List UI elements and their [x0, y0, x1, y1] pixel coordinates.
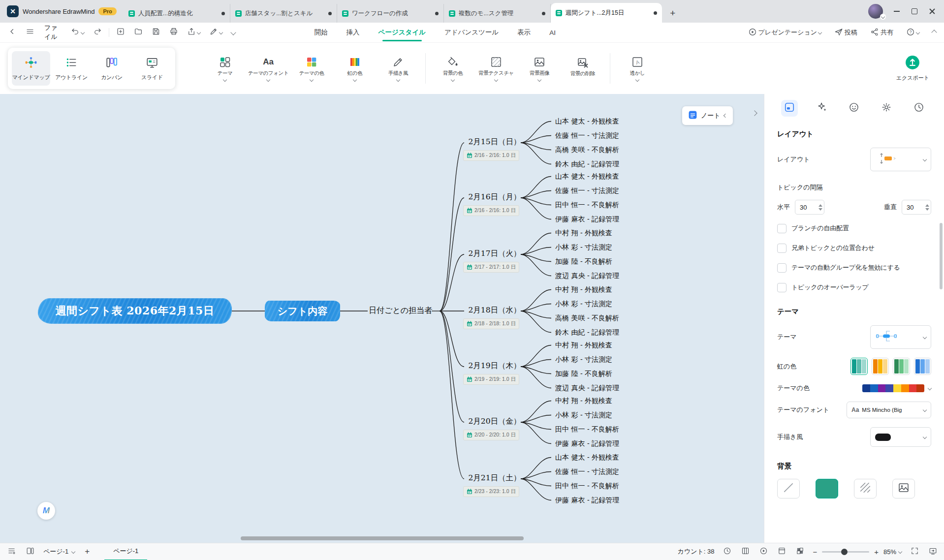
task-date-badge[interactable]: 2/23 - 2/23: 1.0 日: [463, 486, 519, 497]
member-topic[interactable]: 山本 健太 - 外観検査: [555, 453, 619, 462]
menu-tab[interactable]: 表示: [516, 23, 532, 42]
export-button[interactable]: エクスポート: [896, 55, 929, 82]
ai-panel-tab[interactable]: [814, 100, 830, 117]
document-tab[interactable]: 店舗スタッ...割とスキル: [230, 4, 337, 23]
member-topic[interactable]: 伊藤 麻衣 - 記録管理: [555, 439, 619, 448]
ribbon-tool-button[interactable]: 背景テクスチャ: [476, 53, 516, 84]
zoom-slider-knob[interactable]: [841, 549, 848, 555]
page-tab[interactable]: ページ-1: [104, 543, 147, 560]
day-topic[interactable]: 2月18日（水）: [460, 305, 529, 315]
view-mode-button[interactable]: スライド: [133, 51, 171, 86]
member-topic[interactable]: 小林 彩 - 寸法測定: [555, 355, 612, 364]
member-topic[interactable]: 中村 翔 - 外観検査: [555, 341, 612, 350]
view-mode-button[interactable]: カンバン: [93, 51, 131, 86]
member-topic[interactable]: 中村 翔 - 外観検査: [555, 285, 612, 294]
timer-button[interactable]: [722, 546, 732, 557]
sketch-style-dropdown[interactable]: [870, 427, 931, 447]
checkbox[interactable]: [777, 244, 787, 253]
day-topic[interactable]: 2月20日（金）: [460, 416, 529, 427]
menu-tab[interactable]: ページスタイル: [378, 23, 427, 42]
new-document-button[interactable]: [114, 25, 127, 40]
member-topic[interactable]: 佐藤 恒一 - 寸法測定: [555, 467, 619, 476]
zoom-out-button[interactable]: −: [813, 548, 817, 556]
ribbon-tool-button[interactable]: 虹の色: [335, 53, 375, 84]
ribbon-tool-button[interactable]: Aaテーマのフォント: [248, 53, 288, 84]
zoom-level[interactable]: 85%: [883, 548, 902, 556]
member-topic[interactable]: 田中 恒一 - 不良解析: [555, 201, 619, 210]
zoom-slider[interactable]: [822, 551, 869, 553]
document-tab[interactable]: 複数のモ...スク管理: [444, 4, 551, 23]
page-selector[interactable]: ページ-1: [43, 547, 75, 556]
ribbon-tool-button[interactable]: A透かし: [617, 53, 658, 84]
theme-dropdown[interactable]: [870, 325, 931, 349]
rainbow-palette-button[interactable]: [893, 358, 910, 375]
task-date-badge[interactable]: 2/17 - 2/17: 1.0 日: [463, 262, 519, 273]
collapse-ribbon-button[interactable]: [930, 29, 938, 36]
member-topic[interactable]: 田中 恒一 - 不良解析: [555, 482, 619, 491]
horizontal-spacing-input[interactable]: [795, 203, 818, 212]
task-date-badge[interactable]: 2/18 - 2/18: 1.0 日: [463, 318, 519, 329]
help-button[interactable]: ?: [904, 26, 921, 40]
horizontal-stepper[interactable]: [818, 204, 822, 211]
close-button[interactable]: [928, 7, 936, 15]
theme-font-dropdown[interactable]: AaMS Mincho (Big: [847, 402, 931, 418]
post-button[interactable]: 投稿: [832, 26, 859, 40]
format-panel-tab[interactable]: [781, 100, 798, 117]
toolbar-overflow-button[interactable]: [229, 29, 237, 36]
ribbon-tool-button[interactable]: 背景の削除: [563, 53, 603, 84]
share-button[interactable]: 共有: [868, 26, 895, 40]
ribbon-tool-button[interactable]: 背景画像: [519, 53, 560, 84]
redo-button[interactable]: [91, 25, 104, 40]
theme-color-picker[interactable]: [862, 384, 931, 392]
task-date-badge[interactable]: 2/20 - 2/20: 1.0 日: [463, 430, 519, 440]
horizontal-scrollbar[interactable]: [241, 536, 524, 540]
member-topic[interactable]: 渡辺 真央 - 記録管理: [555, 272, 619, 280]
checkbox[interactable]: [777, 283, 787, 292]
background-pattern-button[interactable]: [854, 479, 877, 498]
main-topic[interactable]: シフト内容: [265, 301, 340, 321]
fit-window-button[interactable]: [927, 546, 938, 557]
ribbon-tool-button[interactable]: テーマの色: [291, 53, 332, 84]
member-topic[interactable]: 伊藤 麻衣 - 記録管理: [555, 496, 619, 505]
panel-collapse-button[interactable]: [749, 108, 760, 119]
ribbon-tool-button[interactable]: 手描き風: [378, 53, 418, 84]
columns-view-button[interactable]: [740, 546, 751, 557]
outline-view-button[interactable]: [6, 546, 17, 557]
document-tab[interactable]: 人員配置...的構造化: [124, 4, 230, 23]
scrollbar-thumb[interactable]: [241, 536, 524, 540]
day-topic[interactable]: 2月16日（月）: [460, 192, 529, 202]
settings-panel-tab[interactable]: [878, 100, 895, 117]
day-topic[interactable]: 2月21日（土）: [460, 473, 529, 483]
day-topic[interactable]: 2月15日（日）: [460, 137, 529, 147]
note-button[interactable]: ノート: [682, 106, 733, 125]
rainbow-palette-button[interactable]: [872, 358, 889, 375]
task-date-badge[interactable]: 2/19 - 2/19: 1.0 日: [463, 374, 519, 385]
member-topic[interactable]: 中村 翔 - 外観検査: [555, 397, 612, 405]
zoom-in-button[interactable]: +: [874, 548, 879, 556]
member-topic[interactable]: 加藤 陸 - 不良解析: [555, 257, 612, 266]
member-topic[interactable]: 小林 彩 - 寸法測定: [555, 243, 612, 252]
new-tab-button[interactable]: +: [666, 6, 680, 20]
maximize-button[interactable]: [911, 7, 918, 15]
day-topic[interactable]: 2月19日（木）: [460, 361, 529, 371]
export-quick-button[interactable]: [185, 25, 202, 40]
menu-tab[interactable]: AI: [548, 23, 557, 42]
rainbow-palette-button[interactable]: [914, 358, 931, 375]
subtopic-label[interactable]: 日付ごとの担当者: [369, 306, 432, 316]
rainbow-palette-button[interactable]: [850, 358, 868, 375]
checkbox[interactable]: [777, 224, 787, 233]
view-mode-button[interactable]: アウトライン: [52, 51, 91, 86]
menu-button[interactable]: [24, 25, 36, 40]
save-button[interactable]: [150, 25, 162, 40]
pixel-grid-button[interactable]: [794, 546, 805, 557]
presentation-button[interactable]: プレゼンテーション: [746, 26, 823, 40]
open-button[interactable]: [132, 25, 145, 40]
member-topic[interactable]: 鈴木 由紀 - 記録管理: [555, 160, 619, 169]
member-topic[interactable]: 田中 恒一 - 不良解析: [555, 425, 619, 434]
task-date-badge[interactable]: 2/16 - 2/16: 1.0 日: [463, 150, 519, 161]
ribbon-tool-button[interactable]: テーマ: [205, 53, 245, 84]
print-button[interactable]: [167, 25, 180, 40]
day-topic[interactable]: 2月17日（火）: [460, 249, 529, 259]
document-tab[interactable]: ワークフローの作成: [337, 4, 444, 23]
member-topic[interactable]: 中村 翔 - 外観検査: [555, 229, 612, 238]
